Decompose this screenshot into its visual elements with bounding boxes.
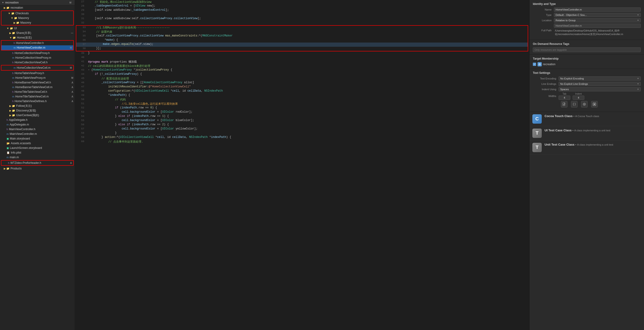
ui-test-template-item[interactable]: T UI Test Case Class - A class implement… — [530, 126, 644, 141]
sidebar-item-usercentwe[interactable]: ▶ 📁 UserCentwe(我的) — [0, 113, 75, 118]
sidebar-item-recreation-child[interactable]: ▶ 📁 recreation — [0, 5, 75, 10]
braces-icon: {} — [572, 102, 576, 106]
line-num-44: 44 — [75, 72, 86, 75]
location-select[interactable]: Relative to Group ▼ — [554, 18, 641, 22]
indent-width-input[interactable] — [573, 96, 584, 100]
sidebar-item-homeTableProxyH[interactable]: h HomeTableViewProxy.h — [0, 71, 75, 75]
file-h-icon: h — [14, 42, 15, 44]
code-line-48: 48 configuration:^(UICollectionViewCell … — [75, 89, 529, 94]
sidebar-item-homevcH-label: HomeViewController.h — [16, 41, 44, 45]
line-content-54: } else if (indexPath.row == 1) { — [86, 115, 529, 118]
code-area: 27 // 初始化,将collectionView添加到view 28 _tab… — [75, 0, 529, 144]
line-num-50: 50 — [75, 98, 86, 101]
sidebar-item-homeCollectionProxyM[interactable]: m HomeCollectionViewProxy.m — [0, 55, 75, 60]
code-editor[interactable]: 27 // 初始化,将collectionView添加到view 28 _tab… — [75, 0, 529, 330]
sidebar-item-share[interactable]: ▶ 📁 Share(共享) — — [0, 31, 75, 35]
code-line-36: 36 *make) { — [76, 38, 528, 42]
code-line-38: 38 }]; — [76, 47, 528, 51]
sidebar-item-homevcH[interactable]: h HomeViewController.h — [2, 41, 73, 45]
sidebar-header: ▼ recreation M — [0, 0, 75, 5]
square-icon-button[interactable] — [591, 101, 598, 108]
target-checkbox-recreation[interactable] — [533, 63, 536, 66]
line-num-45: 45 — [75, 77, 86, 80]
file-icon-button[interactable] — [561, 101, 568, 108]
code-line-35: 35 [self.collectionViewProxy.collectionV… — [76, 34, 528, 38]
sidebar-item-infoPlist[interactable]: 📋 Info.plist — [0, 150, 75, 155]
sidebar-item-label: LaunchScreen.storyboard — [10, 146, 42, 150]
title-m-badge: A — [72, 95, 73, 98]
code-line-29: 29 [self.view addSubview:_tabSegmentedCo… — [75, 8, 529, 13]
cocoa-touch-template-item[interactable]: C Cocoa Touch Class - A Cocoa Touch clas… — [530, 112, 644, 126]
on-demand-input[interactable] — [533, 47, 641, 52]
code-line-56: 56 } else if (indexPath.row == 2) { — [75, 123, 529, 127]
sidebar-item-share-label: Share(共享) — [16, 31, 31, 35]
sidebar-item-homeCollectionCellH[interactable]: h HomeCollectionViewCell.h — [0, 60, 75, 65]
type-label: Type — [533, 13, 554, 16]
sidebar-item-homeCollectionProxyH[interactable]: h HomeCollectionViewProxy.h — [0, 51, 75, 55]
encoding-chevron-icon: ▼ — [637, 77, 639, 80]
tab-width-input[interactable] — [558, 96, 570, 100]
line-num-60: 60 — [75, 140, 86, 143]
line-num-53: 53 — [75, 110, 86, 113]
unit-test-template-item[interactable]: T Unit Test Case Class - A class impleme… — [530, 141, 644, 155]
name-input[interactable] — [554, 7, 641, 12]
line-num-33: 33 — [76, 26, 88, 29]
sidebar-item-products[interactable]: ▶ 📁 Products — [0, 166, 75, 171]
sidebar-item-label: HomeCollectionViewCell.h — [14, 61, 48, 64]
code-line-31: 31 [self.view addSubview:self.collection… — [75, 17, 529, 21]
text-encoding-select[interactable]: No Explicit Encoding ▼ — [558, 76, 641, 81]
sidebar-item-homeDefinesH[interactable]: h HomeTableViewDefines.h A — [0, 99, 75, 104]
line-content-31: [self.view addSubview:self.collectionVie… — [86, 17, 529, 20]
indent-using-select[interactable]: Spaces ▼ — [558, 87, 641, 91]
sidebar-item-homevcM[interactable]: m HomeViewController.m M — [2, 45, 73, 50]
sidebar-item-homeBannerH[interactable]: h HomeBannerTableViewCell.h A — [0, 80, 75, 85]
type-select[interactable]: Default - Objective-C Sou... ▼ — [554, 13, 641, 17]
line-num-56: 56 — [75, 123, 86, 126]
sidebar-item-appDelegateH[interactable]: h AppDelegate.h — [0, 118, 75, 122]
line-num-52: 52 — [75, 106, 86, 109]
sidebar-item-mainStoryboard[interactable]: ▣ Main.storyboard — [0, 136, 75, 141]
sidebar-item-mainM[interactable]: m main.m — [0, 155, 75, 160]
sidebar-item-homeTitleH[interactable]: h HomeTitleTableViewCell.h A — [0, 90, 75, 94]
sidebar-item-checkouts[interactable]: ▼ 📁 Checkouts — [2, 11, 73, 16]
line-num-57: 57 — [75, 127, 86, 130]
code-line-59: 59 } action:^(UICollectionViewCell *cell… — [75, 136, 529, 140]
sidebar-item-home[interactable]: ▼ 📁 Home(首页) — [0, 35, 75, 40]
sidebar-item-prefixHeader[interactable]: h WTZideo-PrefixHeader.h A — [2, 161, 73, 165]
sidebar-item-appDelegateM[interactable]: m AppDelegate.m — [0, 122, 75, 127]
sidebar-item-label: Info.plist — [11, 151, 21, 154]
ui-test-template-icon: T — [532, 129, 542, 138]
sidebar-item-masonry-child[interactable]: ▶ 📁 Masonry — [2, 20, 73, 25]
defines-badge: A — [72, 100, 73, 103]
sidebar-item-discovery[interactable]: ▶ 📁 Discovery(发现) — [0, 108, 75, 113]
unit-test-template-name: Unit Test Case Class - A class implement… — [544, 143, 641, 146]
line-endings-chevron-icon: ▼ — [637, 83, 639, 85]
sidebar-item-follow[interactable]: ▶ 📁 Follow(关注) — [0, 104, 75, 108]
sidebar-item-mainVCM[interactable]: m MainViewController.m — [0, 132, 75, 136]
sidebar-item-masonry-parent[interactable]: ▼ 📁 Masonry — [2, 16, 73, 20]
sidebar-collapse-icon[interactable]: ▼ — [2, 1, 4, 4]
sidebar-item-homeCollectionCellM[interactable]: m HomeCollectionViewCell.m M — [2, 65, 73, 70]
sidebar-item-homeBannerM[interactable]: m HomeBannerTableViewCell.m A — [0, 85, 75, 90]
sidebar-item-mainVCH[interactable]: h MainViewController.h — [0, 127, 75, 132]
outlined-group-1: ▼ 📁 Checkouts ▼ 📁 Masonry ▶ 📁 Masonry — [1, 10, 74, 25]
file-h-prefix: h — [8, 162, 9, 164]
sidebar-item-launchScreen[interactable]: ▣ LaunchScreen.storyboard — [0, 146, 75, 150]
braces-icon-button[interactable]: {} — [571, 101, 578, 108]
on-demand-section: On Demand Resource Tags — [530, 40, 644, 55]
line-content-28: _tabSegmentedControl = [UIView new]; — [86, 4, 529, 7]
code-line-34: 34 // 设置约束 — [76, 30, 528, 34]
line-endings-select[interactable]: No Explicit Line Endings ▼ — [558, 82, 641, 86]
indent-width-label: Indent — [575, 93, 582, 95]
folder-icon-checkouts: ▼ 📁 — [8, 12, 14, 15]
sidebar-item-homeTableProxyM[interactable]: m HomeTableViewProxy.m M — [0, 75, 75, 80]
sidebar-item-ui[interactable]: ▼ 📁 UI — [0, 26, 75, 31]
sidebar-item-label: WTZideo-PrefixHeader.h — [10, 161, 41, 165]
svg-rect-0 — [538, 63, 541, 66]
line-num-43: 43 — [75, 68, 86, 71]
circle-icon-button[interactable] — [581, 101, 588, 108]
sidebar-item-assets[interactable]: 📂 Assets.xcassets — [0, 141, 75, 146]
banner-h-badge: A — [72, 81, 73, 84]
line-content-55: cell.backgroundColor = [UIColor blueColo… — [86, 119, 529, 122]
sidebar-item-homeTitleM[interactable]: m HomeTitleTableViewCell.m A — [0, 94, 75, 99]
